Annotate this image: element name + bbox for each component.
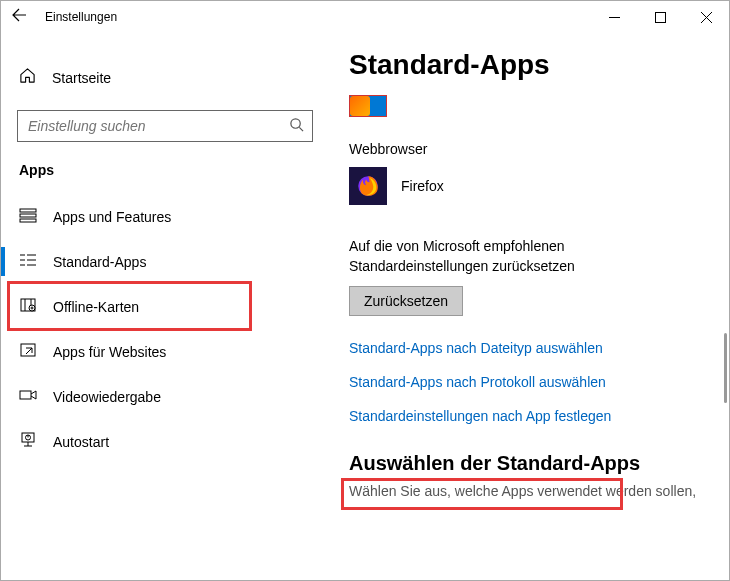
offline-maps-icon <box>19 296 37 317</box>
sidebar-item-label: Apps für Websites <box>53 344 166 360</box>
browser-default-row[interactable]: Firefox <box>349 167 729 205</box>
firefox-icon <box>349 167 387 205</box>
webbrowser-label: Webbrowser <box>349 141 729 157</box>
svg-point-4 <box>291 118 300 127</box>
reset-button[interactable]: Zurücksetzen <box>349 286 463 316</box>
sidebar-item-offline-maps[interactable]: Offline-Karten <box>1 284 329 329</box>
sidebar: Startseite Apps Apps und Features Standa… <box>1 33 329 580</box>
choose-defaults-heading: Auswählen der Standard-Apps <box>349 452 729 475</box>
svg-rect-7 <box>20 214 36 217</box>
choose-defaults-text: Wählen Sie aus, welche Apps verwendet we… <box>349 483 729 499</box>
reset-description: Auf die von Microsoft empfohlenen Standa… <box>349 237 669 276</box>
search-icon <box>289 117 304 136</box>
sidebar-item-label: Standard-Apps <box>53 254 146 270</box>
svg-rect-8 <box>20 219 36 222</box>
sidebar-item-video-playback[interactable]: Videowiedergabe <box>1 374 329 419</box>
main-content: Standard-Apps Webbrowser Firefox Auf die… <box>329 33 729 580</box>
default-apps-icon <box>19 251 37 272</box>
svg-rect-6 <box>20 209 36 212</box>
sidebar-item-default-apps[interactable]: Standard-Apps <box>1 239 329 284</box>
sidebar-item-label: Apps und Features <box>53 209 171 225</box>
svg-line-5 <box>299 127 303 131</box>
sidebar-item-autostart[interactable]: Autostart <box>1 419 329 464</box>
search-input[interactable] <box>17 110 313 142</box>
browser-name: Firefox <box>401 178 444 194</box>
scrollbar[interactable] <box>724 333 727 403</box>
page-title: Standard-Apps <box>349 49 729 81</box>
search-field[interactable] <box>26 117 266 135</box>
video-icon <box>19 386 37 407</box>
svg-rect-1 <box>655 12 665 22</box>
sidebar-item-apps-websites[interactable]: Apps für Websites <box>1 329 329 374</box>
link-by-app[interactable]: Standardeinstellungen nach App festlegen <box>349 408 729 424</box>
window-title: Einstellungen <box>45 10 117 24</box>
titlebar: Einstellungen <box>1 1 729 33</box>
home-icon <box>19 67 36 88</box>
autostart-icon <box>19 431 37 452</box>
sidebar-item-label: Offline-Karten <box>53 299 139 315</box>
svg-rect-19 <box>21 344 35 356</box>
minimize-button[interactable] <box>591 1 637 33</box>
sidebar-home[interactable]: Startseite <box>1 61 329 94</box>
sidebar-item-apps-features[interactable]: Apps und Features <box>1 194 329 239</box>
sidebar-group-label: Apps <box>19 162 329 178</box>
close-button[interactable] <box>683 1 729 33</box>
sidebar-item-label: Videowiedergabe <box>53 389 161 405</box>
app-tile-partial[interactable] <box>349 95 387 117</box>
sidebar-home-label: Startseite <box>52 70 111 86</box>
back-icon[interactable] <box>11 7 27 27</box>
svg-rect-20 <box>20 391 31 399</box>
apps-features-icon <box>19 206 37 227</box>
apps-websites-icon <box>19 341 37 362</box>
link-by-protocol[interactable]: Standard-Apps nach Protokoll auswählen <box>349 374 729 390</box>
link-by-filetype[interactable]: Standard-Apps nach Dateityp auswählen <box>349 340 729 356</box>
maximize-button[interactable] <box>637 1 683 33</box>
sidebar-item-label: Autostart <box>53 434 109 450</box>
